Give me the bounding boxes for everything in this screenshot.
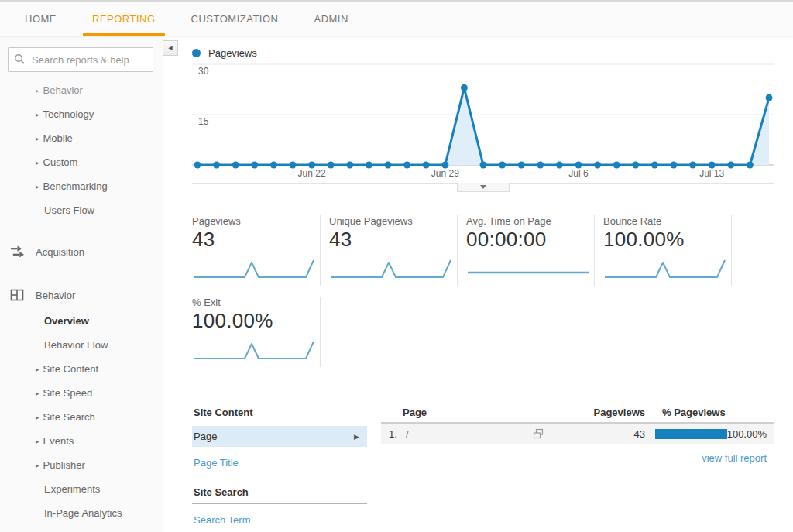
metric-sparkline [192,253,312,286]
nav-tab-home[interactable]: HOME [25,2,57,36]
chart-legend: Pageviews [192,47,774,59]
expand-arrow-icon: ▸ [36,111,39,118]
pageviews-value: 43 [575,428,645,440]
metric-value: 43 [329,228,449,252]
sidebar-item-label: Acquisition [36,246,84,258]
metric-card-avg-time-on-page: Avg. Time on Page00:00:00 [466,215,595,286]
expand-arrow-icon: ▸ [36,135,39,142]
metric-sparkline [466,253,586,286]
sidebar-item-publisher[interactable]: ▸Publisher [0,453,163,477]
page-path-link[interactable]: / [406,428,409,440]
sidebar-collapse-button[interactable]: ◀ [163,40,178,56]
section-header-site-search: Site Search [192,482,367,504]
expand-arrow-icon: ▸ [36,390,39,397]
sidebar-item-behavior-flow[interactable]: Behavior Flow [0,333,163,357]
chart-divider [192,183,774,194]
sidebar-item-label: Behavior [36,290,75,301]
expand-arrow-icon: ▸ [36,87,39,94]
pageviews-line-chart: 1530Jun 22Jun 29Jul 6Jul 13 [192,63,774,181]
metric-card-unique-pageviews: Unique Pageviews43 [329,215,458,286]
search-input[interactable] [8,47,153,72]
report-nav-item-page-title[interactable]: Page Title [192,452,367,473]
metric-sparkline [192,335,312,367]
table-header-row: PagePageviews% Pageviews [381,403,774,424]
sidebar-item-overview[interactable]: Overview [0,309,163,333]
sidebar-item-label: Events [43,435,74,447]
svg-text:30: 30 [198,66,209,77]
metric-label: Avg. Time on Page [466,215,586,227]
main-content: ◀ Pageviews 1530Jun 22Jun 29Jul 6Jul 13 … [163,36,793,532]
svg-text:Jul 13: Jul 13 [699,168,724,179]
sidebar-item-label: Behavior Flow [44,339,108,351]
sidebar-item-site-content[interactable]: ▸Site Content [0,357,163,381]
sidebar-item-label: Site Search [43,411,95,423]
report-nav-item-label: Page Title [194,457,239,469]
sidebar-item-label: Benchmarking [43,180,108,192]
metric-card-pageviews: Pageviews43 [192,215,321,286]
sidebar-item-label: Mobile [43,132,73,144]
sidebar-item-events[interactable]: ▸Events [0,429,163,453]
sidebar-item-technology[interactable]: ▸Technology [0,102,163,126]
report-nav-item-page[interactable]: Page▶ [192,426,367,447]
sidebar-item-behavior[interactable]: ▸Behavior [0,78,163,102]
sidebar-item-label: Site Content [43,363,99,375]
sidebar-item-custom[interactable]: ▸Custom [0,150,163,174]
report-nav-item-label: Search Term [194,514,250,526]
pct-pageviews-cell: 100.00% [645,428,774,440]
chart-collapse-tab[interactable] [457,183,510,192]
legend-label: Pageviews [208,47,257,59]
sidebar-item-label: Site Speed [43,387,93,399]
sidebar-item-experiments[interactable]: Experiments [0,477,163,501]
metric-sparkline [329,253,449,286]
pct-bar [655,429,727,439]
expand-arrow-icon: ▸ [36,414,39,421]
sidebar-item-site-speed[interactable]: ▸Site Speed [0,381,163,405]
column-header-page[interactable]: Page [381,407,575,418]
svg-text:Jul 6: Jul 6 [568,168,589,179]
sidebar-item-label: Overview [44,315,89,327]
metric-value: 00:00:00 [466,228,586,252]
svg-text:Jun 22: Jun 22 [298,168,326,179]
sidebar-item-behavior[interactable]: Behavior [0,281,163,309]
sidebar-item-benchmarking[interactable]: ▸Benchmarking [0,174,163,198]
pages-table-panel: PagePageviews% Pageviews 1./43100.00% vi… [381,403,774,532]
metric-label: % Exit [192,297,312,308]
view-full-report-link[interactable]: view full report [702,452,767,464]
page-cell: 1./ [381,428,575,440]
sidebar-item-label: Behavior [43,84,83,96]
expand-arrow-icon: ▸ [36,438,39,445]
expand-arrow-icon: ▸ [36,366,39,373]
search-icon [14,53,26,68]
nav-tab-admin[interactable]: ADMIN [314,2,348,36]
sidebar-item-label: Experiments [44,483,100,495]
report-nav-item-label: Page [194,431,217,442]
metric-card-exit: % Exit100.00% [192,297,321,367]
metric-card-bounce-rate: Bounce Rate100.00% [603,215,732,286]
sidebar-item-users-flow[interactable]: Users Flow [0,198,163,222]
open-page-popup-icon[interactable] [533,428,544,439]
metric-value: 100.00% [603,228,723,252]
metric-value: 100.00% [192,309,312,333]
sidebar-item-in-page-analytics[interactable]: In-Page Analytics [0,501,163,525]
metric-sparkline [603,253,723,286]
legend-dot-icon [192,49,201,57]
sidebar-item-acquisition[interactable]: Acquisition [0,238,163,266]
svg-text:15: 15 [198,116,209,127]
column-header-pageviews[interactable]: % Pageviews [645,407,774,418]
metric-value: 43 [192,228,312,252]
search-box [8,47,153,72]
nav-tab-reporting[interactable]: REPORTING [92,2,156,36]
sidebar-item-label: In-Page Analytics [44,507,122,519]
sidebar-item-mobile[interactable]: ▸Mobile [0,126,163,150]
chevron-down-icon [480,185,486,189]
pct-pageviews-value: 100.00% [727,428,767,440]
nav-tab-customization[interactable]: CUSTOMIZATION [191,2,279,36]
expand-arrow-icon: ▸ [36,462,39,469]
bottom-section: Site ContentPage▶Page TitleSite SearchSe… [192,403,774,532]
report-nav-item-search-term[interactable]: Search Term [192,510,367,530]
column-header-pageviews[interactable]: Pageviews [575,407,645,418]
metric-label: Unique Pageviews [329,215,449,227]
table-row: 1./43100.00% [381,424,774,444]
top-nav: HOMEREPORTINGCUSTOMIZATIONADMIN [0,0,793,36]
sidebar-item-site-search[interactable]: ▸Site Search [0,405,163,429]
